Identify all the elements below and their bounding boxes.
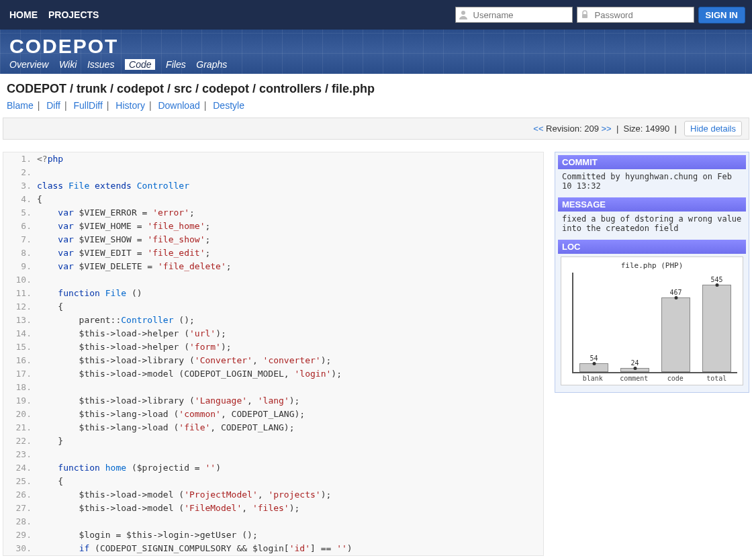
line-number: 24. [3,461,37,475]
source-text: class File extends Controller [37,179,195,193]
svg-rect-1 [582,14,588,18]
line-number: 7. [3,233,37,246]
code-line: 29. $login = $this->login->getUser (); [3,528,543,542]
source-text: $this->load->library ('Converter', 'conv… [37,354,331,367]
breadcrumb: CODEPOT / trunk / codepot / src / codepo… [0,74,752,100]
tab-code[interactable]: Code [125,59,155,70]
line-number: 26. [3,488,37,502]
source-text: if (CODEPOT_SIGNIN_COMPULSORY && $login[… [37,542,352,555]
action-diff[interactable]: Diff [46,100,60,111]
line-number: 28. [3,515,37,528]
code-line: 21. $this->lang->load ('file', CODEPOT_L… [3,421,543,434]
line-number: 8. [3,246,37,260]
message-heading: MESSAGE [558,197,746,212]
revision-bar: << Revision: 209 >> | Size: 14990 | Hide… [3,118,749,140]
code-line: 5. var $VIEW_ERROR = 'error'; [3,206,543,220]
lock-icon [579,9,590,20]
line-number: 10. [3,273,37,287]
tab-issues[interactable]: Issues [87,59,114,70]
code-line: 10. [3,273,543,287]
signin-button[interactable]: SIGN IN [698,7,745,24]
chart-category-label: blank [572,375,614,382]
action-history[interactable]: History [115,100,145,111]
hide-details-button[interactable]: Hide details [684,121,742,136]
tab-overview[interactable]: Overview [9,59,48,70]
top-nav: HOME PROJECTS [7,7,101,23]
code-line: 24. function home ($projectid = '') [3,461,543,475]
nav-home[interactable]: HOME [7,7,40,23]
source-text: function home ($projectid = '') [37,461,221,475]
line-number: 14. [3,327,37,340]
line-number: 29. [3,528,37,542]
code-line: 8. var $VIEW_EDIT = 'file_edit'; [3,246,543,260]
rev-next[interactable]: >> [602,124,612,134]
chart-bar: 54 [573,273,614,372]
line-number: 18. [3,381,37,394]
line-number: 12. [3,300,37,314]
chart-category-label: code [655,375,696,382]
code-line: 30. if (CODEPOT_SIGNIN_COMPULSORY && $lo… [3,542,543,555]
code-line: 25. { [3,475,543,488]
main-tabs: Overview Wiki Issues Code Files Graphs [9,59,743,70]
line-number: 5. [3,206,37,220]
source-text: function File () [37,287,142,300]
code-line: 7. var $VIEW_SHOW = 'file_show'; [3,233,543,246]
code-line: 3.class File extends Controller [3,179,543,193]
rev-prev[interactable]: << [533,124,543,134]
tab-files[interactable]: Files [166,59,186,70]
source-text: $this->load->helper ('url'); [37,327,226,340]
line-number: 3. [3,179,37,193]
line-number: 19. [3,394,37,408]
line-number: 15. [3,340,37,354]
line-number: 4. [3,193,37,206]
source-text: $this->load->model ('FileModel', 'files'… [37,502,299,515]
code-line: 18. [3,381,543,394]
code-line: 16. $this->load->library ('Converter', '… [3,354,543,367]
source-text: var $VIEW_EDIT = 'file_edit'; [37,246,210,260]
source-text: $this->load->model (CODEPOT_LOGIN_MODEL,… [37,367,342,381]
chart-bar: 467 [655,273,696,372]
action-fulldiff[interactable]: FullDiff [74,100,103,111]
username-input[interactable] [455,7,573,23]
source-text: $login = $this->login->getUser (); [37,528,258,542]
tab-wiki[interactable]: Wiki [59,59,77,70]
message-body: fixed a bug of dstoring a wrong value in… [558,212,746,238]
code-line: 9. var $VIEW_DELETE = 'file_delete'; [3,260,543,273]
rev-label: Revision: [546,124,581,134]
commit-body: Committed by hyunghwan.chung on Feb 10 1… [558,169,746,196]
action-destyle[interactable]: Destyle [213,100,244,111]
line-number: 6. [3,220,37,233]
line-number: 20. [3,408,37,421]
source-text: { [37,193,42,206]
chart-category-label: comment [614,375,655,382]
source-text: { [37,300,63,314]
line-number: 13. [3,314,37,327]
source-text: var $VIEW_ERROR = 'error'; [37,206,195,220]
code-line: 2. [3,166,543,179]
code-line: 1.<?php [3,152,543,166]
tab-graphs[interactable]: Graphs [196,59,227,70]
code-viewer: 1.<?php2.3.class File extends Controller… [3,152,544,556]
code-line: 4.{ [3,193,543,206]
source-text: } [37,434,63,448]
nav-projects[interactable]: PROJECTS [46,7,101,23]
action-blame[interactable]: Blame [7,100,34,111]
line-number: 17. [3,367,37,381]
loc-heading: LOC [558,240,746,254]
action-download[interactable]: Download [158,100,199,111]
source-text: $this->lang->load ('file', CODEPOT_LANG)… [37,421,295,434]
code-line: 20. $this->lang->load ('common', CODEPOT… [3,408,543,421]
chart-title: file.php (PHP) [563,261,741,270]
commit-heading: COMMIT [558,155,746,169]
password-input[interactable] [577,7,694,23]
chart-bar: 24 [614,273,655,372]
banner: CODEPOT Overview Wiki Issues Code Files … [0,30,752,74]
code-line: 13. parent::Controller (); [3,314,543,327]
code-line: 27. $this->load->model ('FileModel', 'fi… [3,502,543,515]
code-line: 22. } [3,434,543,448]
line-number: 27. [3,502,37,515]
line-number: 23. [3,448,37,461]
details-sidebar: COMMIT Committed by hyunghwan.chung on F… [555,152,749,393]
code-line: 26. $this->load->model ('ProjectModel', … [3,488,543,502]
source-text: $this->load->helper ('form'); [37,340,232,354]
